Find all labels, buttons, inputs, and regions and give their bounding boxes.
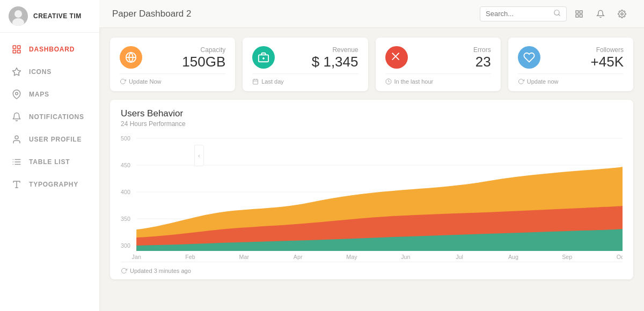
svg-point-24 <box>621 13 623 15</box>
chart-footer-text: Updated 3 minutes ago <box>130 268 191 274</box>
svg-text:Mar: Mar <box>239 254 250 260</box>
sidebar-item-label: TABLE LIST <box>29 158 70 166</box>
stat-card-capacity: Capacity 150GB Update Now <box>110 38 235 91</box>
sidebar-item-table-list[interactable]: TABLE LIST <box>0 151 99 173</box>
sidebar-item-icons[interactable]: ICONS <box>0 61 99 83</box>
svg-rect-23 <box>576 14 579 17</box>
maps-icon <box>11 88 23 100</box>
chart-subtitle: 24 Hours Performance <box>121 120 623 128</box>
followers-label: Followers <box>591 46 624 54</box>
svg-text:350: 350 <box>121 216 130 222</box>
svg-rect-6 <box>13 50 16 53</box>
svg-rect-21 <box>580 11 582 13</box>
search-input[interactable] <box>486 10 550 18</box>
svg-text:300: 300 <box>121 242 130 249</box>
typography-icon <box>11 179 23 190</box>
svg-point-9 <box>15 136 18 139</box>
revenue-label: Revenue <box>312 46 358 54</box>
sidebar-item-user-profile[interactable]: USER PROFILE <box>0 128 99 151</box>
user-profile-icon <box>11 134 23 145</box>
sidebar-item-label: NOTIFICATIONS <box>29 113 84 121</box>
revenue-value: $ 1,345 <box>312 54 358 70</box>
followers-footer: Update now <box>518 73 624 85</box>
stats-row: Capacity 150GB Update Now <box>110 38 633 91</box>
svg-text:Jun: Jun <box>401 254 410 260</box>
capacity-icon <box>120 46 142 69</box>
followers-footer-text: Update now <box>527 78 559 85</box>
header: Paper Dashboard 2 <box>99 0 644 28</box>
chart-card: Users Behavior 24 Hours Performance 500 … <box>110 100 633 279</box>
sidebar-collapse-button[interactable]: ‹ <box>194 145 204 166</box>
followers-info: Followers +45K <box>591 46 624 70</box>
errors-info: Errors 23 <box>473 46 491 70</box>
capacity-footer-text: Update Now <box>129 78 162 85</box>
svg-rect-22 <box>580 14 582 17</box>
search-icon <box>553 9 561 19</box>
svg-text:Sep: Sep <box>562 254 572 260</box>
notifications-icon <box>11 111 23 123</box>
svg-text:Apr: Apr <box>294 254 303 260</box>
settings-button[interactable] <box>613 5 631 23</box>
main-area: Paper Dashboard 2 <box>99 0 644 311</box>
sidebar-nav: DASHBOARD ICONS MAPS <box>0 33 99 311</box>
svg-point-8 <box>16 92 18 95</box>
sidebar-item-label: TYPOGRAPHY <box>29 181 78 188</box>
chart-title: Users Behavior <box>121 108 623 119</box>
search-box[interactable] <box>480 6 567 21</box>
sidebar-item-label: USER PROFILE <box>29 136 82 143</box>
capacity-label: Capacity <box>182 46 225 54</box>
revenue-footer: Last day <box>252 73 358 85</box>
svg-text:Jul: Jul <box>456 254 463 260</box>
errors-icon <box>385 46 408 69</box>
svg-point-1 <box>14 10 22 18</box>
table-list-icon <box>11 156 23 168</box>
svg-rect-20 <box>576 11 579 13</box>
capacity-footer: Update Now <box>120 73 225 85</box>
dashboard-icon <box>11 43 23 55</box>
sidebar-item-dashboard[interactable]: DASHBOARD <box>0 38 99 61</box>
sidebar-item-label: ICONS <box>29 68 52 76</box>
svg-text:Feb: Feb <box>185 254 195 260</box>
stat-card-top: Capacity 150GB <box>120 46 225 70</box>
content-area: Capacity 150GB Update Now <box>99 28 644 311</box>
chart-footer: Updated 3 minutes ago <box>121 262 623 279</box>
errors-value: 23 <box>473 54 491 70</box>
sidebar-item-label: DASHBOARD <box>29 46 75 53</box>
svg-text:400: 400 <box>121 189 130 195</box>
svg-rect-30 <box>253 79 258 84</box>
revenue-footer-text: Last day <box>261 78 284 85</box>
svg-text:Oct: Oct <box>617 254 623 260</box>
stat-card-top: Errors 23 <box>385 46 491 70</box>
followers-value: +45K <box>591 54 624 70</box>
stat-card-revenue: Revenue $ 1,345 Last day <box>243 38 368 91</box>
errors-footer: In the last hour <box>385 73 491 85</box>
stat-card-top: Followers +45K <box>518 46 624 70</box>
svg-text:Jan: Jan <box>132 254 141 260</box>
revenue-icon <box>252 46 275 69</box>
capacity-value: 150GB <box>182 54 225 70</box>
revenue-info: Revenue $ 1,345 <box>312 46 358 70</box>
svg-marker-7 <box>13 68 21 76</box>
svg-text:May: May <box>346 254 357 260</box>
grid-view-button[interactable] <box>570 5 588 23</box>
svg-text:500: 500 <box>121 135 130 142</box>
notifications-bell-button[interactable] <box>591 5 610 23</box>
sidebar-item-typography[interactable]: TYPOGRAPHY <box>0 173 99 196</box>
stat-card-top: Revenue $ 1,345 <box>252 46 358 70</box>
svg-rect-4 <box>18 46 20 48</box>
svg-text:Aug: Aug <box>508 254 518 260</box>
svg-line-19 <box>559 14 560 16</box>
followers-icon <box>518 46 540 69</box>
svg-rect-5 <box>18 50 20 53</box>
brand-name: CREATIVE TIM <box>33 12 82 20</box>
sidebar-item-notifications[interactable]: NOTIFICATIONS <box>0 106 99 128</box>
sidebar-item-maps[interactable]: MAPS <box>0 83 99 106</box>
icons-icon <box>11 66 23 78</box>
errors-label: Errors <box>473 46 491 54</box>
svg-text:450: 450 <box>121 162 130 168</box>
page-title: Paper Dashboard 2 <box>112 9 191 19</box>
errors-footer-text: In the last hour <box>394 78 434 85</box>
sidebar: CREATIVE TIM DASHBOARD ICONS <box>0 0 99 311</box>
svg-rect-3 <box>13 46 16 48</box>
stat-card-errors: Errors 23 In the last hour <box>376 38 501 91</box>
